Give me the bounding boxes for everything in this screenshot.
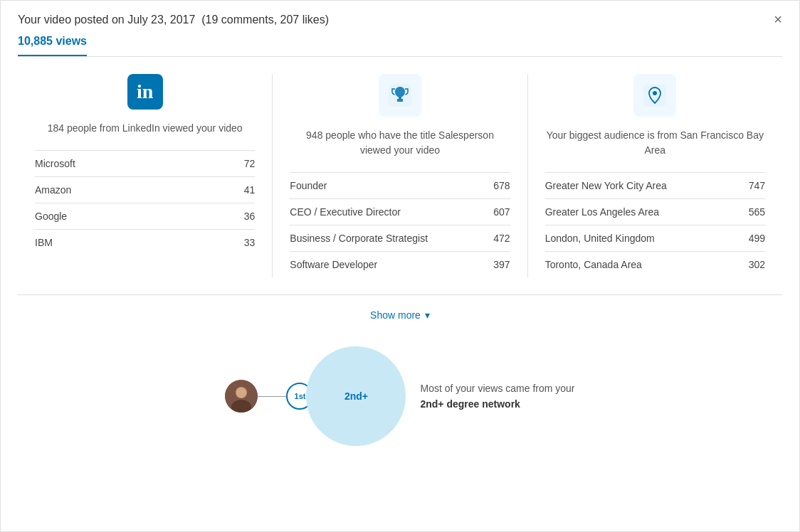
stat-value: 607 — [493, 206, 510, 218]
stat-value: 302 — [749, 259, 765, 270]
avatar — [225, 380, 258, 413]
stat-label: Google — [35, 211, 67, 222]
stat-value: 565 — [749, 206, 765, 218]
location-icon — [633, 74, 676, 117]
list-item: Business / Corporate Strategist 472 — [290, 225, 510, 251]
list-item: Greater Los Angeles Area 565 — [545, 198, 765, 225]
stats-section: in 184 people from LinkedIn viewed your … — [18, 57, 782, 277]
location-panel: Your biggest audience is from San Franci… — [528, 74, 782, 277]
stat-value: 472 — [493, 233, 510, 244]
stat-value: 499 — [749, 233, 765, 244]
svg-point-2 — [653, 91, 657, 95]
location-panel-title: Your biggest audience is from San Franci… — [545, 128, 765, 158]
stat-value: 72 — [244, 158, 256, 169]
list-item: London, United Kingdom 499 — [545, 225, 765, 251]
list-item: Greater New York City Area 747 — [545, 172, 765, 198]
title-text: Your video posted on July 23, 2017 — [18, 14, 195, 26]
network-text-line1: Most of your views came from your — [420, 381, 574, 396]
stat-label: Business / Corporate Strategist — [290, 233, 428, 244]
title-stat-list: Founder 678 CEO / Executive Director 607… — [290, 172, 510, 277]
list-item: Amazon 41 — [35, 176, 255, 203]
linkedin-icon-wrap: in — [35, 74, 255, 110]
stat-value: 397 — [493, 259, 510, 270]
title-panel-title: 948 people who have the title Salesperso… — [290, 128, 510, 158]
stat-label: Microsoft — [35, 158, 75, 169]
views-tab-section: 10,885 views — [1, 26, 799, 56]
stat-value: 747 — [749, 180, 765, 191]
stat-label: CEO / Executive Director — [290, 206, 401, 218]
connector-line — [258, 396, 286, 397]
stat-label: Greater New York City Area — [545, 180, 667, 191]
list-item: Google 36 — [35, 203, 255, 229]
stat-label: London, United Kingdom — [545, 233, 655, 244]
subtitle-text: (19 comments, 207 likes) — [201, 14, 329, 26]
list-item: Microsoft 72 — [35, 150, 255, 176]
linkedin-panel: in 184 people from LinkedIn viewed your … — [18, 74, 273, 277]
second-degree-bubble: 2nd+ — [306, 346, 406, 446]
trophy-icon — [379, 74, 421, 117]
network-section: 1st 2nd+ Most of your views came from yo… — [1, 332, 799, 467]
stat-label: Greater Los Angeles Area — [545, 206, 659, 218]
svg-point-6 — [236, 388, 246, 398]
second-degree-label: 2nd+ — [344, 390, 368, 402]
linkedin-panel-title: 184 people from LinkedIn viewed your vid… — [35, 121, 255, 136]
list-item: Founder 678 — [290, 172, 510, 198]
location-icon-wrap — [545, 74, 765, 117]
title-panel: 948 people who have the title Salesperso… — [273, 74, 527, 277]
modal-title: Your video posted on July 23, 2017 (19 c… — [18, 14, 329, 26]
network-text-highlight: 2nd+ degree network — [420, 396, 574, 412]
stat-value: 36 — [244, 211, 256, 222]
first-degree-label: 1st — [295, 392, 306, 400]
views-count[interactable]: 10,885 views — [18, 35, 87, 56]
stat-value: 33 — [244, 237, 256, 248]
stat-value: 678 — [493, 180, 510, 191]
network-description: Most of your views came from your 2nd+ d… — [420, 381, 574, 413]
stat-label: Amazon — [35, 184, 71, 196]
list-item: CEO / Executive Director 607 — [290, 198, 510, 225]
stat-value: 41 — [244, 184, 256, 196]
modal-container: Your video posted on July 23, 2017 (19 c… — [0, 0, 800, 532]
list-item: IBM 33 — [35, 229, 255, 255]
linkedin-stat-list: Microsoft 72 Amazon 41 Google 36 IBM 33 — [35, 150, 255, 255]
show-more-label: Show more — [370, 309, 421, 321]
stat-label: IBM — [35, 237, 53, 248]
linkedin-icon: in — [127, 74, 163, 110]
list-item: Toronto, Canada Area 302 — [545, 251, 765, 277]
show-more-button[interactable]: Show more ▾ — [370, 309, 430, 321]
chevron-down-icon: ▾ — [425, 309, 430, 321]
modal-header: Your video posted on July 23, 2017 (19 c… — [1, 1, 799, 26]
show-more-section: Show more ▾ — [18, 294, 782, 332]
stat-label: Founder — [290, 180, 327, 191]
list-item: Software Developer 397 — [290, 251, 510, 277]
trophy-icon-wrap — [290, 74, 510, 117]
close-button[interactable]: × — [774, 12, 782, 26]
stat-label: Software Developer — [290, 259, 377, 270]
stat-label: Toronto, Canada Area — [545, 259, 642, 270]
location-stat-list: Greater New York City Area 747 Greater L… — [545, 172, 765, 277]
